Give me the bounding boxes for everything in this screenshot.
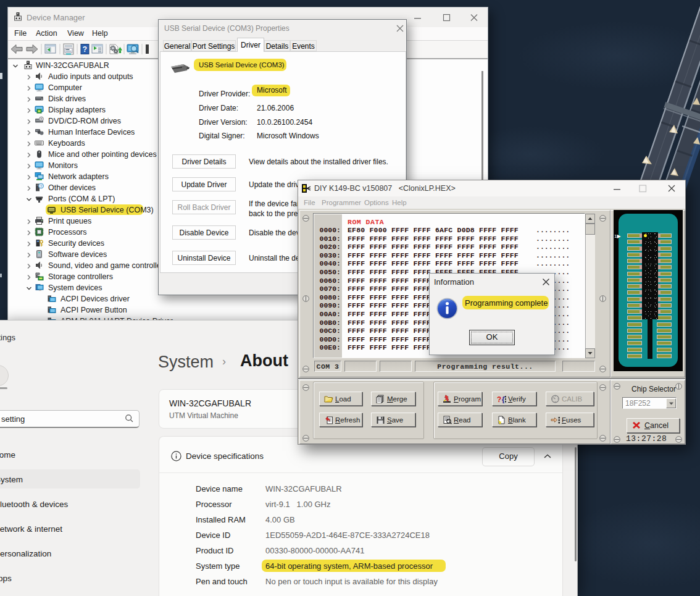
svg-text:?: ?: [83, 45, 87, 54]
svg-text:?: ?: [40, 184, 43, 188]
